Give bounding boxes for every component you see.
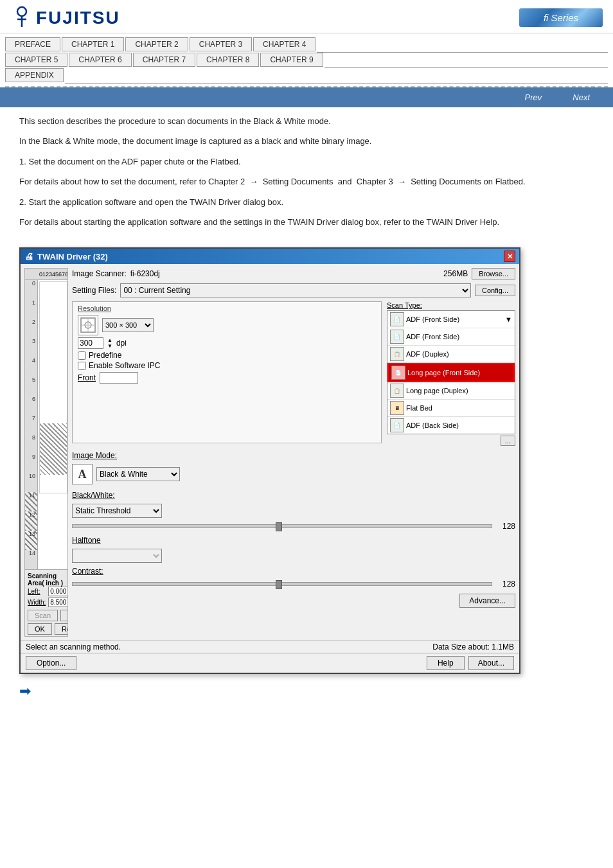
enable-ipc-row: Enable Software IPC xyxy=(78,361,376,370)
scan-option-adf-front-2[interactable]: 📄 ADF (Front Side) xyxy=(387,328,515,346)
threshold-slider-row: 128 xyxy=(72,522,515,531)
ok-button[interactable]: OK xyxy=(28,623,52,635)
scan-option-long-front[interactable]: 📄 Long page (Front Side) xyxy=(387,363,515,382)
next-button[interactable]: Next xyxy=(560,90,603,105)
about-button[interactable]: About... xyxy=(468,656,514,670)
width-input[interactable] xyxy=(48,598,68,607)
front-row: Front xyxy=(78,372,376,384)
left-input[interactable] xyxy=(48,587,68,596)
nav-tab-preface[interactable]: PREFACE xyxy=(5,37,60,51)
halftone-label: Halftone xyxy=(72,536,101,545)
resolution-select[interactable]: 300 × 300 xyxy=(102,318,154,332)
predefine-label: Predefine xyxy=(89,351,121,360)
up-down-arrows[interactable]: ▲▼ xyxy=(107,337,112,349)
scan-white-area xyxy=(40,282,67,423)
nav-tab-chapter5[interactable]: CHAPTER 5 xyxy=(5,53,67,67)
nav-tab-chapter1[interactable]: CHAPTER 1 xyxy=(62,37,124,51)
nav-tab-chapter8[interactable]: CHAPTER 8 xyxy=(197,53,259,67)
more-button[interactable]: ... xyxy=(501,436,515,446)
scan-option-adf-front-1[interactable]: 📄 ADF (Front Side) ▼ xyxy=(387,311,515,328)
scan-icon-7: 📄 xyxy=(390,418,404,432)
scan-option-long-duplex[interactable]: 📋 Long page (Duplex) xyxy=(387,382,515,400)
scan-option-flatbed[interactable]: 🖥 Flat Bed xyxy=(387,400,515,417)
ruler-row-9: 9 xyxy=(25,454,37,473)
nav-tab-chapter6[interactable]: CHAPTER 6 xyxy=(69,53,131,67)
prev-button[interactable]: Prev xyxy=(512,90,555,105)
content-area: This section describes the procedure to … xyxy=(0,107,613,241)
nav-tab-chapter3[interactable]: CHAPTER 3 xyxy=(190,37,252,51)
contrast-label-row: Contrast: xyxy=(72,567,515,576)
ruler-row-1: 1 xyxy=(25,299,37,319)
browse-button[interactable]: Browse... xyxy=(472,268,515,279)
scan-icon-6: 🖥 xyxy=(390,401,404,415)
ruler-row-14: 14 xyxy=(25,550,37,569)
scan-option-adf-back[interactable]: 📄 ADF (Back Side) xyxy=(387,417,515,434)
logo-text: FUJITSU xyxy=(36,8,120,28)
ok-reset-btns: OK Reset xyxy=(28,623,65,635)
nav-tab-chapter9[interactable]: CHAPTER 9 xyxy=(260,53,323,67)
threshold-slider-thumb[interactable] xyxy=(276,522,282,531)
advance-button[interactable]: Advance... xyxy=(459,594,515,608)
dialog-title: TWAIN Driver (32) xyxy=(37,252,108,261)
nav-tab-chapter4[interactable]: CHAPTER 4 xyxy=(253,37,315,51)
scan-area-grid: Left: Top: Width: Length: xyxy=(28,587,65,607)
resolution-dpi-input[interactable] xyxy=(78,337,103,349)
scan-icon-2: 📄 xyxy=(390,330,404,344)
reset-button[interactable]: Reset xyxy=(55,623,68,635)
predefine-checkbox[interactable] xyxy=(78,351,86,360)
scan-type-section: Scan Type: 📄 ADF (Front Side) ▼ 📄 ADF (F… xyxy=(387,301,515,446)
contrast-slider-row: 128 xyxy=(72,580,515,589)
res-scantype-row: Resolution 300 × xyxy=(72,301,515,446)
nav-row-1: PREFACE CHAPTER 1 CHAPTER 2 CHAPTER 3 CH… xyxy=(5,37,608,53)
nav-tab-chapter7[interactable]: CHAPTER 7 xyxy=(133,53,195,67)
black-white-label-row: Black/White: xyxy=(72,491,515,500)
ruler-row-6: 6 xyxy=(25,396,37,415)
image-mode-select[interactable]: Black & White xyxy=(96,467,180,481)
dialog-area: 🖨 TWAIN Driver (32) ✕ 0 1 2 3 4 5 6 7 8 xyxy=(0,241,613,680)
enable-ipc-checkbox[interactable] xyxy=(78,362,86,370)
help-button[interactable]: Help xyxy=(427,656,465,670)
content-p3: 1. Set the document on the ADF paper chu… xyxy=(19,154,594,169)
static-threshold-select[interactable]: Static Threshold xyxy=(72,504,162,518)
scan-preview-paper xyxy=(39,281,67,493)
setting-files-label: Setting Files: xyxy=(72,286,116,295)
content-p6: For details about starting the applicati… xyxy=(19,215,594,229)
contrast-slider-thumb[interactable] xyxy=(276,580,282,589)
scan-button[interactable]: Scan xyxy=(28,610,58,621)
logo-icon xyxy=(10,5,33,30)
twain-dialog: 🖨 TWAIN Driver (32) ✕ 0 1 2 3 4 5 6 7 8 xyxy=(19,247,520,674)
halftone-select[interactable] xyxy=(72,549,162,563)
threshold-slider-track[interactable] xyxy=(72,524,492,528)
scan-option-adf-duplex[interactable]: 📋 ADF (Duplex) xyxy=(387,346,515,363)
arrow-row: ➡ xyxy=(0,680,613,702)
contrast-slider-track[interactable] xyxy=(72,582,492,586)
front-input[interactable] xyxy=(100,372,138,384)
ruler-row-3: 3 xyxy=(25,338,37,357)
image-scanner-label: Image Scanner: xyxy=(72,269,127,278)
data-size-value: 1.1MB xyxy=(492,642,514,651)
option-button[interactable]: Option... xyxy=(26,656,76,670)
nav-tab-appendix[interactable]: APPENDIX xyxy=(5,68,64,82)
more-btn-area: ... xyxy=(387,436,515,446)
nav-tab-chapter2[interactable]: CHAPTER 2 xyxy=(125,37,188,51)
memory-value: 256MB xyxy=(443,269,468,278)
image-mode-icon: A xyxy=(72,464,93,484)
image-mode-value-row: A Black & White xyxy=(72,464,515,484)
config-button[interactable]: Config... xyxy=(475,285,515,296)
resolution-dpi-row: ▲▼ dpi xyxy=(78,337,376,349)
scan-preview-area xyxy=(38,280,67,569)
resolution-label: Resolution xyxy=(78,305,376,312)
width-label: Width: xyxy=(28,599,46,606)
scan-area-section: Scanning Area( inch ) Left: Top: Width: … xyxy=(25,569,67,636)
preview-button[interactable]: Preview xyxy=(60,610,68,621)
logo-area: FUJITSU xyxy=(10,5,120,30)
content-p2: In the Black & White mode, the document … xyxy=(19,134,594,148)
data-size-area: Data Size about: 1.1MB xyxy=(432,642,514,651)
fi-series-badge: fi Series xyxy=(519,8,603,27)
dialog-close-button[interactable]: ✕ xyxy=(504,251,515,262)
resolution-icon xyxy=(78,315,98,335)
scan-icon-1: 📄 xyxy=(390,312,404,326)
halftone-select-row xyxy=(72,549,515,563)
setting-files-select[interactable]: 00 : Current Setting xyxy=(120,283,471,297)
scan-area-title: Scanning Area( inch ) xyxy=(28,572,65,587)
